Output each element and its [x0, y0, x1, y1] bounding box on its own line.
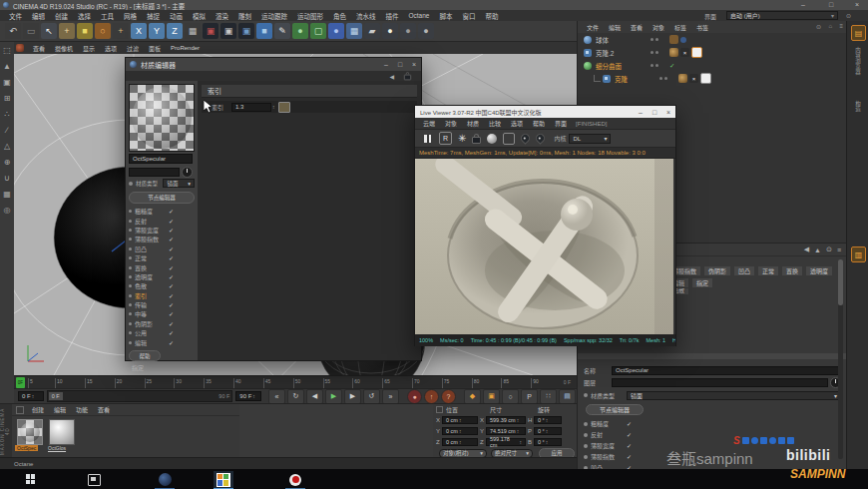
live-selection-icon[interactable]: ↖ — [41, 23, 57, 39]
task-view-button[interactable] — [88, 474, 101, 486]
preview-scene-field[interactable] — [129, 168, 180, 177]
channel-row[interactable]: 薄膜宽度 ✓ — [129, 226, 195, 235]
menu-item[interactable]: 帮助 — [480, 11, 503, 21]
record-active-objects-button[interactable]: ● — [407, 389, 422, 404]
parameter-key-button[interactable]: P — [521, 389, 538, 404]
material-name-octglos[interactable]: OctGlos — [48, 445, 66, 451]
region-render-icon[interactable] — [503, 133, 515, 145]
phong-tag[interactable] — [678, 74, 687, 83]
material-name-field[interactable]: OctSpecular — [612, 366, 841, 375]
plane-button[interactable]: ▦ — [346, 23, 362, 39]
menu-item[interactable]: 工具 — [96, 11, 119, 21]
object-manager-menu-item[interactable]: 标签 — [669, 23, 691, 32]
channel-row[interactable]: 正常 ✓ — [129, 253, 195, 262]
coords-checkbox[interactable] — [436, 406, 443, 413]
visibility-dot[interactable] — [655, 64, 658, 67]
position-key-button[interactable]: ◆ — [464, 389, 481, 404]
menu-item[interactable]: 流水线 — [351, 11, 381, 21]
layer-field[interactable] — [612, 378, 828, 387]
rotation-b-field[interactable]: 0 °↕ — [534, 438, 562, 446]
focus-picker-pin-icon[interactable] — [520, 132, 533, 145]
start-button[interactable] — [26, 474, 36, 484]
texture-tag[interactable] — [700, 73, 711, 84]
visibility-dot[interactable] — [655, 38, 658, 41]
taskbar-recorder-icon[interactable] — [285, 471, 305, 489]
light-button[interactable]: ● — [382, 23, 398, 39]
range-start-handle[interactable]: 0 F — [49, 392, 63, 400]
channel-row[interactable]: 粗糙度 ✓ — [584, 418, 723, 429]
menu-item[interactable]: 捕捉 — [142, 11, 165, 21]
snap-icon[interactable]: ∪ — [1, 172, 13, 184]
x-axis-lock-button[interactable]: X — [131, 23, 147, 39]
object-manager-menu-item[interactable]: 对象 — [648, 23, 669, 32]
material-name-field[interactable]: OctSpecular — [129, 154, 193, 164]
channel-row[interactable]: 中等 ✓ — [129, 309, 195, 318]
object-label[interactable]: 细分曲面 — [596, 61, 650, 71]
texture-mode-icon[interactable]: ▣ — [1, 76, 13, 88]
scale-tool-icon[interactable]: ■ — [77, 23, 93, 39]
coordinate-system-icon[interactable]: ▦ — [185, 23, 201, 39]
settings-gear-icon[interactable]: ✳ — [458, 133, 466, 144]
render-settings-button[interactable]: ▣ — [238, 23, 254, 39]
menu-item[interactable]: 窗口 — [457, 11, 480, 21]
object-row[interactable]: 细分曲面 ✓ — [578, 59, 847, 72]
live-viewer-menu-item[interactable]: 界面 — [550, 119, 572, 128]
add-cube-button[interactable]: ■ — [256, 23, 272, 39]
channel-row[interactable]: 透明度 ✓ — [129, 272, 195, 281]
channel-row[interactable]: 薄膜指数 ✓ — [129, 235, 195, 244]
pla-key-button[interactable]: ∷ — [540, 389, 557, 404]
play-button[interactable]: ▶ — [325, 389, 342, 404]
attribute-scrollbar[interactable] — [838, 259, 843, 459]
tab-content-browser[interactable]: 内容浏览器 — [854, 47, 862, 75]
undo-icon[interactable]: ↶ — [5, 23, 21, 39]
help-button[interactable]: 帮助 — [129, 350, 161, 361]
menu-item[interactable]: 插件 — [381, 11, 404, 21]
active-attribute-tab-icon[interactable]: ▥ — [851, 246, 866, 262]
live-viewer-titlebar[interactable]: Live Viewer 3.07-R2 中国C4D联盟中文汉化版 – □ × — [415, 106, 675, 118]
solo-icon[interactable]: ◎ — [1, 204, 13, 216]
menu-item[interactable]: 雕刻 — [233, 11, 256, 21]
tab-structure[interactable]: 构造 — [854, 101, 862, 112]
grid-icon[interactable]: ▦ — [1, 188, 13, 200]
close-button[interactable]: × — [850, 1, 864, 8]
taskbar-color-app-icon[interactable] — [214, 471, 233, 489]
rotation-key-button[interactable]: ○ — [502, 389, 519, 404]
viewport-menu-item[interactable]: 选项 — [100, 44, 122, 53]
texture-slot-button[interactable] — [278, 102, 290, 113]
materials-menu-item[interactable]: 查看 — [93, 405, 115, 414]
render-view-button[interactable]: ▣ — [203, 23, 218, 39]
materials-menu-item[interactable]: 功能 — [71, 405, 93, 414]
layout-dropdown[interactable]: 启动 (用户)▾ — [726, 11, 838, 20]
rotation-h-field[interactable]: 0 °↕ — [534, 416, 562, 424]
points-mode-icon[interactable]: ∴ — [1, 108, 13, 120]
object-label[interactable]: 球体 — [596, 35, 650, 45]
channel-row[interactable]: 传输 ✓ — [129, 300, 195, 309]
menu-item[interactable]: 角色 — [328, 11, 351, 21]
rotation-p-field[interactable]: 0 °↕ — [534, 427, 562, 435]
object-label[interactable]: 克隆.2 — [596, 48, 650, 58]
phong-tag[interactable] — [669, 48, 678, 57]
visibility-dot[interactable] — [655, 51, 658, 54]
tag-dot[interactable] — [680, 37, 686, 43]
up-icon[interactable]: ▲ — [814, 246, 821, 253]
spline-pen-button[interactable]: ✎ — [274, 23, 290, 39]
material-type-dropdown[interactable]: 镜面▾ — [627, 391, 841, 400]
close-button[interactable]: × — [407, 61, 421, 68]
last-tool-icon[interactable]: + — [113, 23, 129, 39]
size-x-field[interactable]: 599.39 cm↕ — [486, 416, 526, 424]
live-viewer-menu-item[interactable]: 材质 — [462, 119, 484, 128]
selection-filter-icon[interactable]: ⬚ — [1, 44, 13, 56]
menu-item[interactable]: 运动跟踪 — [256, 11, 292, 21]
channel-row[interactable]: 粗糙度 ✓ — [129, 207, 195, 216]
rotate-tool-icon[interactable]: ○ — [95, 23, 111, 39]
home-icon[interactable]: ⌂ — [828, 23, 832, 29]
texture-tag[interactable] — [691, 47, 702, 58]
back-icon[interactable]: ◀ — [389, 73, 394, 80]
channel-row[interactable]: 公用 ✓ — [129, 328, 195, 337]
materials-menu-item[interactable]: 创建 — [27, 405, 49, 414]
phong-tag[interactable] — [669, 35, 678, 44]
restart-render-button[interactable]: R — [439, 132, 452, 145]
keyframe-selection-button[interactable]: ? — [441, 389, 456, 404]
node-editor-button[interactable]: 节点编辑器 — [586, 404, 644, 415]
menu-item[interactable]: 模拟 — [188, 11, 211, 21]
